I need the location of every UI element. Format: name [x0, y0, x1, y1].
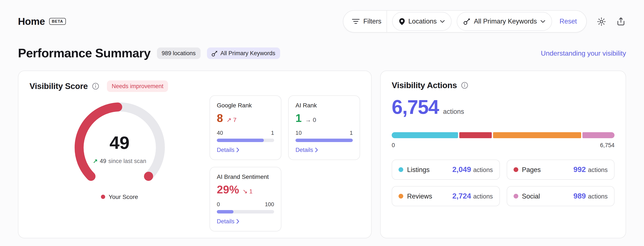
info-icon[interactable]: [461, 82, 468, 89]
visibility-actions-card: Visibility Actions 6,754 actions 0: [380, 70, 626, 238]
ai-rank-card: AI Rank 1 → 0 10 1: [288, 96, 360, 160]
listings-row[interactable]: Listings 2,049 actions: [392, 160, 500, 180]
chevron-down-icon: [440, 20, 445, 23]
pages-label: Pages: [522, 166, 541, 174]
toolbar-divider: [386, 11, 387, 32]
page-heading: Home BETA: [18, 16, 66, 27]
bar-segment-pages: [460, 132, 492, 138]
status-badge: Needs improvement: [107, 80, 168, 92]
metric-delta: 0: [313, 116, 316, 123]
legend-dot: [101, 195, 105, 199]
locations-dropdown[interactable]: Locations: [392, 12, 452, 31]
gear-icon: [597, 17, 606, 26]
progress-bar: [296, 138, 353, 142]
visibility-actions-title: Visibility Actions: [392, 80, 457, 90]
bar-segment-social: [582, 132, 614, 138]
gauge-readout: 49 ↗ 49 since last scan: [66, 134, 173, 164]
range-min: 10: [296, 130, 302, 136]
range-min: 40: [217, 130, 223, 136]
scale-min: 0: [392, 142, 395, 148]
home-page: Home BETA Filters L: [0, 0, 644, 238]
reviews-dot: [398, 194, 403, 198]
key-icon: [464, 18, 470, 25]
share-upload-icon: [617, 17, 625, 26]
top-bar: Home BETA Filters L: [18, 10, 626, 32]
dashboard-viewport: Home BETA Filters L: [0, 0, 644, 246]
metric-value: 29%: [217, 184, 239, 195]
metric-title: AI Rank: [296, 102, 353, 109]
visibility-score-title: Visibility Score: [30, 81, 88, 91]
chevron-right-icon: [315, 148, 318, 152]
chevron-right-icon: [237, 148, 240, 152]
keywords-badge: All Primary Keywords: [207, 48, 280, 59]
progress-fill: [296, 138, 353, 142]
score-value: 49: [66, 134, 173, 152]
share-button[interactable]: [616, 16, 626, 26]
keywords-badge-label: All Primary Keywords: [220, 50, 276, 56]
metric-delta: 7: [233, 116, 236, 123]
legend-label: Your Score: [108, 194, 138, 200]
info-icon[interactable]: [92, 82, 100, 90]
reviews-row[interactable]: Reviews 2,724 actions: [392, 186, 500, 206]
bar-scale: 0 6,754: [392, 142, 614, 148]
score-delta-note: since last scan: [108, 158, 146, 164]
visibility-score-card: Visibility Score Needs improvement: [18, 70, 372, 238]
ai-brand-sentiment-card: AI Brand Sentiment 29% ↘ 1 0 100: [210, 167, 282, 232]
listings-label: Listings: [407, 166, 430, 174]
social-value: 989: [574, 192, 586, 201]
key-icon: [212, 50, 218, 56]
keywords-label: All Primary Keywords: [474, 18, 537, 25]
listings-dot: [398, 167, 403, 172]
scale-max: 6,754: [600, 142, 614, 148]
filter-icon: [352, 18, 360, 24]
progress-fill: [217, 138, 264, 142]
details-link[interactable]: Details: [217, 218, 240, 224]
bar-segment-reviews: [493, 132, 581, 138]
metric-title: AI Brand Sentiment: [217, 173, 274, 180]
trend-down-icon: ↘: [242, 188, 248, 195]
details-link[interactable]: Details: [296, 147, 318, 153]
range-max: 1: [350, 130, 353, 136]
reset-button[interactable]: Reset: [557, 18, 580, 25]
section-title: Performance Summary: [18, 46, 150, 60]
score-metrics-grid: Google Rank 8 ↗ 7 40 1: [210, 96, 360, 232]
range-max: 100: [265, 201, 274, 208]
range-min: 0: [217, 201, 220, 208]
filters-label: Filters: [363, 18, 381, 25]
actions-stacked-bar: [392, 132, 614, 138]
toolbar: Filters Locations: [343, 10, 626, 32]
keywords-dropdown[interactable]: All Primary Keywords: [457, 12, 552, 31]
details-link[interactable]: Details: [217, 147, 240, 153]
actions-breakdown-grid: Listings 2,049 actions Pages: [392, 160, 614, 206]
settings-button[interactable]: [596, 16, 606, 26]
range-max: 1: [271, 130, 274, 136]
progress-bar: [217, 210, 274, 214]
location-pin-icon: [399, 18, 405, 25]
understanding-visibility-link[interactable]: Understanding your visibility: [541, 50, 626, 57]
locations-label: Locations: [408, 18, 437, 25]
metric-value: 1: [296, 112, 302, 124]
trend-up-icon: ↗: [93, 158, 98, 164]
social-dot: [513, 194, 518, 198]
trend-flat-icon: →: [305, 116, 311, 123]
page-title-home: Home: [18, 16, 45, 27]
social-row[interactable]: Social 989 actions: [506, 186, 614, 206]
cards-row: Visibility Score Needs improvement: [18, 70, 626, 238]
chevron-down-icon: [540, 20, 545, 23]
social-label: Social: [522, 192, 540, 200]
listings-value: 2,049: [452, 165, 471, 174]
summary-header: Performance Summary 989 locations All Pr…: [18, 46, 626, 60]
pages-row[interactable]: Pages 992 actions: [506, 160, 614, 180]
filter-bar: Filters Locations: [343, 10, 587, 32]
chevron-right-icon: [237, 219, 240, 224]
progress-bar: [217, 138, 274, 142]
metric-value: 8: [217, 112, 223, 124]
pages-dot: [513, 167, 518, 172]
gauge-legend: Your Score: [101, 194, 138, 200]
pages-value: 992: [574, 165, 586, 174]
metric-delta: 1: [249, 188, 253, 195]
metric-title: Google Rank: [217, 102, 274, 109]
score-delta: 49: [100, 158, 106, 164]
filters-button[interactable]: Filters: [352, 18, 381, 25]
reviews-value: 2,724: [452, 192, 471, 201]
